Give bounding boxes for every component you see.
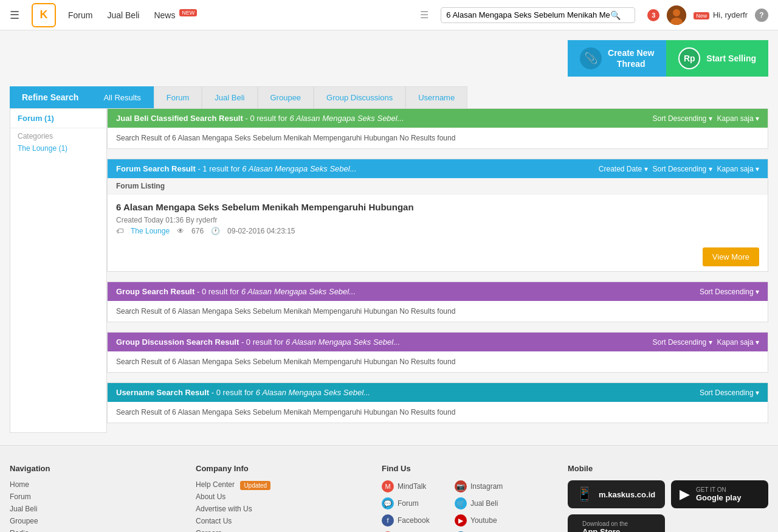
footer-company: Company Info Help Center Updated About U…: [196, 464, 370, 532]
hamburger-icon[interactable]: ☰: [10, 9, 19, 22]
rp-icon: Rp: [678, 47, 700, 69]
tab-username[interactable]: Username: [405, 86, 467, 108]
start-selling-label: Start Selling: [706, 54, 756, 63]
group-discussion-kapan-dropdown[interactable]: Kapan saja ▾: [717, 338, 759, 347]
group-discussion-result-section: Group Discussion Search Result - 0 resul…: [107, 332, 768, 373]
google-play-text: GET IT ON Google play: [696, 486, 741, 502]
avatar[interactable]: [667, 5, 686, 25]
create-thread-button[interactable]: 📎 Create NewThread: [568, 40, 666, 77]
view-more-button[interactable]: View More: [703, 247, 759, 266]
user-new-badge: New: [694, 12, 709, 19]
group-discussion-result-title: Group Discussion Search Result - 0 resul…: [116, 337, 400, 347]
kaskus-mobile-btn[interactable]: 📱 m.kaskus.co.id: [568, 480, 665, 508]
footer-nav-radio[interactable]: Radio: [10, 529, 184, 532]
jualbeli-kapan-dropdown[interactable]: Kapan saja ▾: [717, 114, 759, 123]
forum-sort-dropdown[interactable]: Sort Descending ▾: [653, 165, 712, 173]
nav-news[interactable]: News NEW: [154, 10, 197, 20]
footer-contact[interactable]: Contact Us: [196, 517, 370, 525]
view-more-bar: View More: [108, 243, 768, 271]
footer-nav-jualbeli[interactable]: Jual Beli: [10, 505, 184, 513]
forum-kapan-dropdown[interactable]: Kapan saja ▾: [717, 165, 759, 173]
social-row-1: M MindTalk 📷 Instagram: [382, 480, 556, 492]
tab-group-discussions[interactable]: Group Discussions: [314, 86, 405, 108]
social-links: M MindTalk 📷 Instagram 💬 Forum 🛒: [382, 480, 556, 532]
results-area: Jual Beli Classified Search Result - 0 r…: [107, 108, 768, 433]
social-row-2: 💬 Forum 🛒 Jual Beli: [382, 497, 556, 510]
logo[interactable]: K: [32, 3, 56, 27]
instagram-icon: 📷: [455, 480, 467, 492]
clock-icon: 🕐: [211, 227, 220, 235]
forum-post-title[interactable]: 6 Alasan Mengapa Seks Sebelum Menikah Me…: [116, 202, 759, 212]
search-tabs: Refine Search All Results Forum Jual Bel…: [10, 86, 768, 108]
notification-badge[interactable]: 3: [647, 9, 659, 21]
footer: Navigation Home Forum Jual Beli Groupee …: [0, 445, 778, 532]
google-play-btn[interactable]: ▶ GET IT ON Google play: [671, 480, 768, 508]
app-store-btn[interactable]: Download on the App Store: [568, 514, 665, 532]
footer-help-center[interactable]: Help Center Updated: [196, 480, 370, 489]
nav-forum[interactable]: Forum: [68, 10, 92, 20]
start-selling-button[interactable]: Rp Start Selling: [666, 40, 768, 77]
tab-jualbeli[interactable]: Jual Beli: [202, 86, 257, 108]
search-icon[interactable]: 🔍: [610, 10, 621, 20]
group-discussion-sort-dropdown[interactable]: Sort Descending ▾: [653, 338, 712, 347]
forum-listing-label: Forum Listing: [108, 178, 768, 195]
help-icon[interactable]: ?: [755, 9, 768, 22]
username-result-title: Username Search Result - 0 result for 6 …: [116, 388, 370, 397]
jualbeli-controls: Sort Descending ▾ Kapan saja ▾: [653, 114, 759, 123]
footer-mobile-title: Mobile: [568, 464, 768, 473]
forum-post-date: 09-02-2016 04:23:15: [227, 227, 295, 235]
sidebar: Forum (1) Categories The Lounge (1): [10, 108, 107, 433]
youtube-icon: ▶: [455, 514, 467, 527]
social-facebook[interactable]: f Facebook: [382, 514, 442, 527]
menu-icon[interactable]: ☰: [420, 9, 429, 21]
social-row-3: f Facebook ▶ Youtube: [382, 514, 556, 527]
footer-company-title: Company Info: [196, 464, 370, 473]
sidebar-categories-label: Categories: [10, 128, 106, 143]
tab-all-results[interactable]: All Results: [91, 86, 153, 108]
group-sort-dropdown[interactable]: Sort Descending ▾: [700, 288, 759, 296]
mobile-buttons: 📱 m.kaskus.co.id ▶ GET IT ON Google play: [568, 480, 768, 532]
tab-groupee[interactable]: Groupee: [258, 86, 314, 108]
mindtalk-icon: M: [382, 480, 394, 492]
kaskus-mobile-text: m.kaskus.co.id: [599, 490, 655, 499]
footer-nav-forum[interactable]: Forum: [10, 492, 184, 501]
footer-advertise[interactable]: Advertise with Us: [196, 505, 370, 513]
news-new-badge: NEW: [179, 9, 197, 16]
tag-icon: 🏷: [116, 227, 123, 235]
header-right: 3 New Hi, ryderfr ?: [647, 5, 768, 25]
username-result-section: Username Search Result - 0 result for 6 …: [107, 382, 768, 423]
social-youtube[interactable]: ▶ Youtube: [455, 514, 515, 527]
jualbeli-sort-dropdown[interactable]: Sort Descending ▾: [653, 114, 712, 123]
username-controls: Sort Descending ▾: [700, 389, 759, 397]
nav-jualbeli[interactable]: Jual Beli: [107, 10, 139, 20]
tab-forum[interactable]: Forum: [154, 86, 202, 108]
forum-post-tag[interactable]: The Lounge: [131, 227, 170, 235]
footer-navigation: Navigation Home Forum Jual Beli Groupee …: [10, 464, 184, 532]
jualbeli-result-body: Search Result of 6 Alasan Mengapa Seks S…: [108, 128, 768, 148]
footer-nav-groupee[interactable]: Groupee: [10, 517, 184, 525]
social-forum[interactable]: 💬 Forum: [382, 497, 442, 510]
username-result-body: Search Result of 6 Alasan Mengapa Seks S…: [108, 402, 768, 423]
search-input[interactable]: [446, 10, 610, 19]
forum-created-date-dropdown[interactable]: Created Date ▾: [599, 165, 648, 173]
sidebar-lounge-link[interactable]: The Lounge (1): [10, 143, 106, 154]
group-result-title: Group Search Result - 0 result for 6 Ala…: [116, 287, 356, 296]
footer-mobile: Mobile 📱 m.kaskus.co.id ▶ GET IT ON Goog…: [568, 464, 768, 532]
main-content: Refine Search All Results Forum Jual Bel…: [0, 86, 778, 445]
sidebar-forum-item[interactable]: Forum (1): [10, 109, 106, 128]
facebook-icon: f: [382, 514, 394, 527]
group-controls: Sort Descending ▾: [700, 288, 759, 296]
footer-find-us-title: Find Us: [382, 464, 556, 473]
refine-search-tab[interactable]: Refine Search: [10, 86, 91, 108]
footer-find-us: Find Us M MindTalk 📷 Instagram 💬 Foru: [382, 464, 556, 532]
username-result-header: Username Search Result - 0 result for 6 …: [108, 383, 768, 402]
social-mindtalk[interactable]: M MindTalk: [382, 480, 442, 492]
username-sort-dropdown[interactable]: Sort Descending ▾: [700, 389, 759, 397]
social-jualbeli[interactable]: 🛒 Jual Beli: [455, 497, 515, 510]
footer-about[interactable]: About Us: [196, 492, 370, 501]
footer-nav-home[interactable]: Home: [10, 480, 184, 489]
group-discussion-result-body: Search Result of 6 Alasan Mengapa Seks S…: [108, 351, 768, 372]
forum-post: 6 Alasan Mengapa Seks Sebelum Menikah Me…: [108, 195, 768, 243]
footer-careers[interactable]: Careers: [196, 529, 370, 532]
social-instagram[interactable]: 📷 Instagram: [455, 480, 515, 492]
